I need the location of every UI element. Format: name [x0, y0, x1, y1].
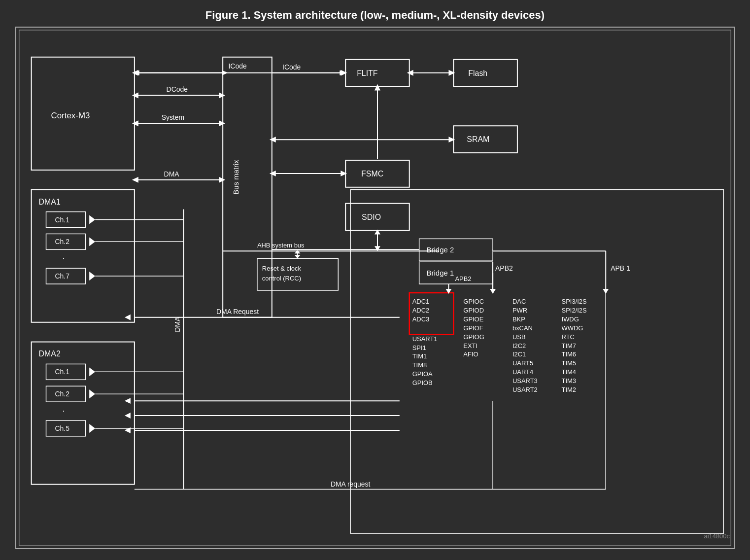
svg-text:FLITF: FLITF — [357, 69, 378, 77]
svg-text:GPIOB: GPIOB — [412, 379, 433, 386]
svg-text:Reset & clock: Reset & clock — [262, 265, 302, 272]
svg-text:SPI2/I2S: SPI2/I2S — [562, 307, 587, 314]
svg-marker-63 — [341, 171, 347, 176]
svg-marker-139 — [125, 398, 131, 404]
svg-marker-65 — [375, 84, 380, 91]
svg-rect-0 — [19, 30, 731, 546]
svg-text:FSMC: FSMC — [361, 170, 383, 178]
svg-text:DAC: DAC — [512, 298, 526, 305]
svg-text:ICode: ICode — [228, 62, 246, 70]
svg-text:Ch.2: Ch.2 — [55, 238, 69, 245]
svg-text:bxCAN: bxCAN — [512, 324, 533, 332]
svg-text:·: · — [62, 406, 65, 416]
svg-text:UART4: UART4 — [512, 368, 533, 376]
svg-text:BKP: BKP — [512, 315, 525, 323]
svg-text:I2C2: I2C2 — [512, 342, 526, 350]
svg-marker-56 — [407, 70, 413, 76]
svg-text:Ch.1: Ch.1 — [55, 368, 69, 376]
svg-marker-26 — [89, 424, 95, 433]
svg-text:Cortex-M3: Cortex-M3 — [51, 111, 90, 120]
svg-marker-45 — [341, 70, 347, 76]
svg-text:TIM7: TIM7 — [562, 342, 576, 350]
svg-text:DMA: DMA — [164, 170, 180, 178]
svg-text:GPIOF: GPIOF — [463, 324, 483, 332]
svg-text:IWDG: IWDG — [562, 315, 579, 323]
svg-text:SRAM: SRAM — [467, 135, 489, 143]
svg-text:TIM3: TIM3 — [562, 377, 576, 385]
svg-text:EXTI: EXTI — [463, 342, 477, 350]
svg-marker-67 — [132, 177, 138, 183]
svg-marker-74 — [375, 246, 380, 251]
svg-text:DMA1: DMA1 — [39, 198, 61, 206]
svg-text:USB: USB — [512, 333, 526, 341]
svg-text:Flash: Flash — [468, 69, 487, 77]
svg-rect-70 — [350, 190, 723, 533]
svg-text:UART5: UART5 — [512, 359, 533, 367]
svg-text:AFIO: AFIO — [463, 350, 478, 358]
svg-text:RTC: RTC — [562, 333, 575, 341]
svg-text:DMA: DMA — [173, 316, 181, 332]
svg-marker-141 — [125, 413, 131, 419]
svg-marker-84 — [295, 255, 301, 258]
svg-text:Bridge  1: Bridge 1 — [427, 269, 454, 277]
svg-text:Bus matrix: Bus matrix — [232, 160, 240, 195]
svg-text:TIM1: TIM1 — [412, 352, 427, 360]
svg-text:System: System — [162, 113, 184, 121]
svg-marker-68 — [219, 177, 225, 183]
svg-rect-3 — [32, 190, 135, 322]
svg-text:GPIOG: GPIOG — [463, 333, 484, 341]
svg-text:SDIO: SDIO — [362, 213, 381, 221]
svg-text:ai14800c: ai14800c — [704, 532, 730, 540]
diagram-container: Cortex-M3 DMA1 Ch.1 Ch.2 · Ch.7 DMA2 Ch.… — [15, 27, 735, 549]
svg-text:TIM5: TIM5 — [562, 359, 576, 367]
svg-text:DMA Request: DMA Request — [216, 308, 259, 315]
svg-text:GPIOE: GPIOE — [463, 315, 483, 323]
svg-text:ADC2: ADC2 — [412, 307, 430, 314]
svg-text:TIM6: TIM6 — [562, 350, 576, 358]
svg-text:USART2: USART2 — [512, 386, 538, 393]
svg-text:GPIOA: GPIOA — [412, 370, 433, 378]
svg-marker-44 — [132, 70, 138, 76]
svg-text:GPIOC: GPIOC — [463, 298, 484, 305]
svg-text:DMA request: DMA request — [331, 480, 371, 488]
svg-marker-136 — [125, 315, 131, 320]
svg-marker-59 — [270, 137, 276, 142]
svg-text:USART3: USART3 — [512, 377, 538, 385]
svg-rect-15 — [32, 342, 135, 485]
svg-marker-60 — [448, 137, 455, 142]
svg-text:TIM8: TIM8 — [412, 361, 427, 369]
svg-text:DMA2: DMA2 — [39, 350, 61, 358]
svg-text:ADC3: ADC3 — [412, 315, 430, 323]
svg-marker-48 — [132, 93, 138, 99]
svg-text:SPI3/I2S: SPI3/I2S — [562, 298, 587, 305]
svg-text:Bridge  2: Bridge 2 — [427, 245, 454, 254]
page-title: Figure 1. System architecture (low-, med… — [0, 0, 750, 27]
svg-text:DCode: DCode — [167, 85, 188, 93]
svg-text:control (RCC): control (RCC) — [262, 275, 301, 282]
svg-text:ICode: ICode — [282, 63, 301, 71]
svg-text:ADC1: ADC1 — [412, 298, 430, 305]
svg-marker-7 — [89, 215, 95, 224]
svg-marker-10 — [89, 237, 95, 246]
svg-marker-19 — [89, 367, 95, 376]
svg-text:I2C1: I2C1 — [512, 350, 526, 358]
svg-text:Ch.1: Ch.1 — [55, 216, 69, 224]
svg-text:·: · — [62, 253, 65, 263]
svg-text:TIM2: TIM2 — [562, 386, 576, 393]
svg-marker-53 — [219, 120, 225, 126]
svg-text:AHB system bus: AHB system bus — [257, 242, 305, 249]
svg-text:Ch.2: Ch.2 — [55, 390, 69, 398]
svg-marker-52 — [132, 120, 138, 126]
svg-text:APB2: APB2 — [455, 275, 471, 282]
svg-marker-49 — [219, 93, 225, 99]
svg-marker-14 — [89, 272, 95, 280]
svg-text:PWR: PWR — [512, 307, 527, 314]
svg-text:USART1: USART1 — [412, 335, 438, 343]
svg-marker-62 — [270, 171, 276, 176]
svg-text:WWDG: WWDG — [562, 324, 583, 332]
svg-text:APB2: APB2 — [495, 264, 513, 272]
svg-text:GPIOD: GPIOD — [463, 307, 484, 314]
svg-text:Ch.7: Ch.7 — [55, 272, 69, 280]
svg-text:Ch.5: Ch.5 — [55, 424, 69, 432]
svg-marker-22 — [89, 389, 95, 398]
